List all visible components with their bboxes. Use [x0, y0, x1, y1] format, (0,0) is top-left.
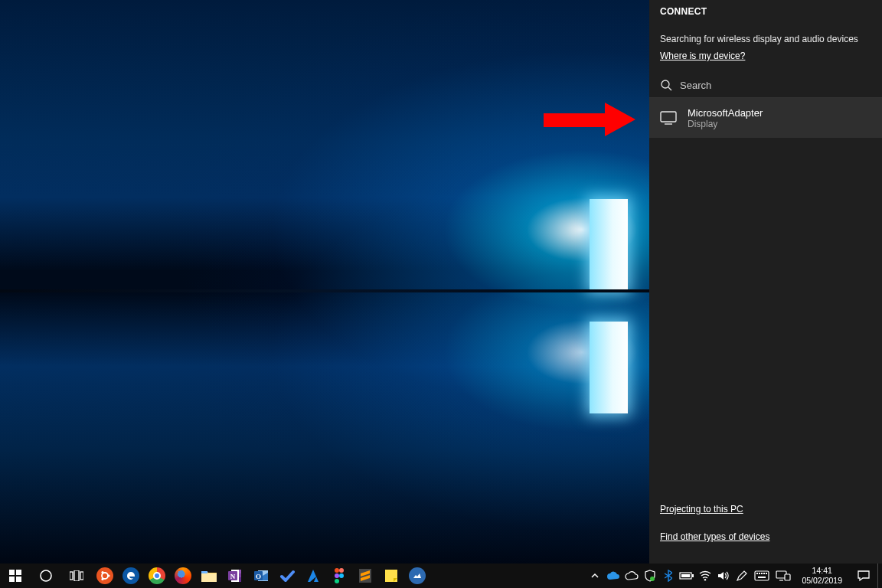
tray-project[interactable]: [773, 564, 794, 588]
taskbar-app-ubuntu[interactable]: [92, 565, 118, 586]
outlook-icon: O: [253, 568, 269, 583]
tray-bluetooth[interactable]: [659, 564, 678, 588]
chrome-icon: [149, 567, 165, 584]
tray-windows-security[interactable]: [641, 564, 659, 588]
device-text: MicrosoftAdapter Display: [688, 107, 763, 129]
device-name: MicrosoftAdapter: [688, 107, 763, 119]
taskbar-clock[interactable]: 14:41 05/02/2019: [794, 566, 850, 586]
notification-icon: [857, 570, 871, 582]
svg-rect-45: [758, 577, 766, 578]
taskbar-app-chrome[interactable]: [144, 565, 170, 586]
clock-time: 14:41: [802, 566, 842, 576]
project-icon: [776, 570, 791, 581]
annotation-arrow: [544, 103, 643, 136]
taskbar-app-sublime[interactable]: [352, 565, 378, 586]
taskbar-app-outlook[interactable]: O: [248, 565, 274, 586]
device-type: Display: [688, 119, 763, 129]
tray-volume[interactable]: [714, 564, 733, 588]
svg-rect-20: [239, 573, 241, 577]
taskbar-app-figma[interactable]: [326, 565, 352, 586]
tray-pen[interactable]: [733, 564, 751, 588]
svg-rect-10: [74, 570, 79, 581]
svg-rect-17: [201, 571, 207, 573]
svg-rect-9: [70, 572, 73, 580]
tray-onedrive-personal[interactable]: [604, 564, 622, 588]
taskbar-app-photos[interactable]: [404, 565, 430, 586]
svg-rect-43: [763, 573, 765, 574]
svg-point-27: [335, 568, 339, 573]
taskbar-app-firefox[interactable]: [170, 565, 196, 586]
desktop-wallpaper[interactable]: [0, 0, 649, 564]
svg-point-28: [339, 568, 344, 573]
svg-rect-48: [785, 574, 790, 580]
taskbar-app-onenote[interactable]: N: [222, 565, 248, 586]
svg-point-14: [101, 571, 103, 573]
taskbar-app-azure[interactable]: [300, 565, 326, 586]
battery-icon: [679, 571, 694, 580]
find-other-devices-link[interactable]: Find other types of devices: [660, 531, 769, 542]
taskbar-app-sticky-notes[interactable]: [378, 565, 404, 586]
pen-icon: [736, 570, 748, 582]
connect-search-row[interactable]: [660, 77, 871, 93]
azure-icon: [305, 568, 321, 583]
onedrive-business-icon: [625, 571, 639, 580]
svg-rect-6: [9, 577, 15, 582]
svg-rect-19: [239, 570, 241, 573]
onenote-icon: N: [227, 568, 243, 583]
svg-point-29: [335, 573, 339, 578]
photos-icon: [409, 567, 426, 584]
windows-start-icon: [9, 570, 21, 582]
svg-rect-41: [759, 573, 760, 574]
svg-rect-21: [239, 577, 241, 582]
svg-rect-4: [9, 570, 15, 575]
wifi-icon: [699, 570, 711, 581]
taskbar-app-todo[interactable]: [274, 565, 300, 586]
connect-search-input[interactable]: [680, 80, 871, 91]
search-icon: [660, 79, 672, 91]
tray-overflow-icon: [591, 572, 599, 580]
display-icon: [660, 111, 677, 125]
tray-wifi[interactable]: [696, 564, 714, 588]
volume-icon: [717, 570, 730, 581]
start-button[interactable]: [0, 564, 31, 588]
circle-icon: [39, 569, 53, 583]
svg-point-12: [102, 573, 108, 579]
tray-onedrive-business[interactable]: [622, 564, 641, 588]
edge-icon: [122, 567, 139, 584]
taskbar-left: N O: [0, 564, 430, 588]
svg-rect-42: [761, 573, 763, 574]
firefox-icon: [175, 567, 191, 584]
show-desktop-button[interactable]: [877, 564, 882, 588]
svg-point-15: [101, 578, 103, 580]
svg-point-34: [650, 577, 655, 581]
todo-icon: [279, 568, 295, 583]
touch-keyboard-icon: [754, 570, 769, 581]
svg-point-0: [662, 80, 669, 88]
taskbar-app-edge[interactable]: [118, 565, 144, 586]
sublime-icon: [358, 568, 372, 583]
svg-rect-37: [681, 574, 690, 577]
svg-point-31: [335, 579, 339, 583]
projecting-to-this-pc-link[interactable]: Projecting to this PC: [660, 504, 743, 514]
svg-rect-2: [661, 112, 676, 122]
svg-text:N: N: [230, 573, 236, 580]
svg-rect-36: [692, 574, 694, 577]
tray-overflow-button[interactable]: [586, 564, 604, 588]
svg-rect-11: [80, 572, 83, 580]
svg-point-8: [41, 570, 51, 581]
device-result-microsoft-adapter[interactable]: MicrosoftAdapter Display: [649, 98, 882, 138]
tray-touch-keyboard[interactable]: [751, 564, 773, 588]
taskbar-app-file-explorer[interactable]: [196, 565, 222, 586]
svg-rect-5: [16, 570, 21, 575]
cortana-search-button[interactable]: [31, 564, 61, 588]
action-center-button[interactable]: [850, 564, 877, 588]
where-is-my-device-link[interactable]: Where is my device?: [660, 51, 745, 61]
svg-rect-33: [385, 570, 397, 582]
connect-status-text: Searching for wireless display and audio…: [660, 34, 858, 44]
svg-line-1: [668, 87, 671, 90]
svg-text:O: O: [256, 573, 261, 580]
svg-point-38: [704, 579, 706, 580]
task-view-button[interactable]: [61, 564, 92, 588]
tray-battery[interactable]: [678, 564, 696, 588]
sticky-notes-icon: [384, 569, 398, 583]
